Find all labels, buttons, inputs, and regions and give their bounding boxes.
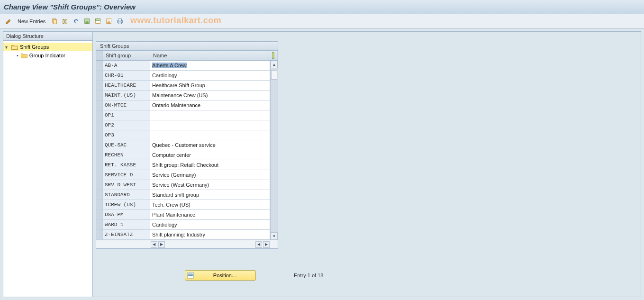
print-icon[interactable] (115, 17, 125, 26)
cell-shift-group[interactable]: MAINT.(US) (103, 91, 150, 100)
cell-shift-group[interactable]: SERVICE D (103, 170, 150, 180)
table-row[interactable]: HEALTHCAREHealthcare Shift Group (96, 81, 278, 91)
position-button[interactable]: Position... (185, 270, 256, 281)
cell-shift-group[interactable]: STANDARD (103, 190, 150, 200)
row-selector-header[interactable] (96, 51, 103, 60)
cell-shift-group[interactable]: TCREW (US) (103, 200, 150, 210)
cell-shift-group[interactable]: OP1 (103, 110, 150, 120)
scroll-down-icon[interactable]: ▼ (271, 232, 278, 240)
row-selector[interactable] (96, 190, 103, 200)
row-selector[interactable] (96, 210, 103, 220)
select-block-icon[interactable] (93, 17, 103, 26)
row-selector[interactable] (96, 220, 103, 230)
copy-as-icon[interactable] (50, 17, 59, 26)
cell-name[interactable]: Ontario Maintenance (150, 100, 270, 110)
row-selector[interactable] (96, 170, 103, 180)
table-row[interactable]: OP3 (96, 130, 278, 140)
deselect-all-icon[interactable] (104, 17, 114, 26)
row-selector[interactable] (96, 230, 103, 240)
row-selector[interactable] (96, 200, 103, 210)
tree-item-group-indicator[interactable]: • Group Indicator (3, 51, 92, 60)
hscroll-left2-icon[interactable]: ◀ (255, 241, 262, 248)
cell-name[interactable]: Quebec - Customer service (150, 140, 270, 150)
cell-shift-group[interactable]: WARD 1 (103, 220, 150, 230)
new-entries-button[interactable]: New Entries (15, 17, 48, 26)
table-row[interactable]: QUE-SACQuebec - Customer service (96, 140, 278, 150)
cell-shift-group[interactable]: RECHEN (103, 150, 150, 160)
table-row[interactable]: CHR-01Cardiology (96, 71, 278, 81)
cell-name[interactable]: Standard shift group (150, 190, 270, 200)
cell-shift-group[interactable]: Z-EINSATZ (103, 230, 150, 240)
table-row[interactable]: MAINT.(US)Maintenance Crew (US) (96, 91, 278, 100)
cell-shift-group[interactable]: HEALTHCARE (103, 81, 150, 91)
hscroll-right2-icon[interactable]: ▶ (263, 241, 270, 248)
scroll-up-icon[interactable]: ▲ (271, 61, 278, 68)
column-header-shift-group[interactable]: Shift group (103, 51, 150, 60)
column-header-name[interactable]: Name (150, 51, 269, 60)
vertical-scrollbar[interactable]: ▲ ▼ (270, 61, 278, 240)
row-selector[interactable] (96, 61, 103, 71)
cell-name[interactable]: Cardiology (150, 220, 270, 230)
cell-shift-group[interactable]: CHR-01 (103, 71, 150, 81)
table-row[interactable]: Z-EINSATZShift planning: Industry (96, 230, 278, 240)
window-title-bar: Change View "Shift Groups": Overview (0, 0, 644, 14)
configure-columns-icon[interactable] (269, 51, 278, 60)
table-row[interactable]: TCREW (US)Tech. Crew (US) (96, 200, 278, 210)
undo-icon[interactable] (72, 17, 81, 26)
cell-name[interactable]: Healthcare Shift Group (150, 81, 270, 91)
cell-name[interactable]: Shift planning: Industry (150, 230, 270, 240)
table-row[interactable]: SERVICE DService (Germany) (96, 170, 278, 180)
cell-shift-group[interactable]: QUE-SAC (103, 140, 150, 150)
table-row[interactable]: AB-AAlberta A Crew (96, 61, 278, 71)
row-selector[interactable] (96, 71, 103, 81)
cell-name[interactable]: Service (West Germany) (150, 180, 270, 190)
row-selector[interactable] (96, 150, 103, 160)
expand-toggle-icon[interactable]: ▾ (5, 45, 11, 50)
table-row[interactable]: WARD 1Cardiology (96, 220, 278, 230)
cell-name[interactable] (150, 110, 270, 120)
table-row[interactable]: ON-MTCEOntario Maintenance (96, 100, 278, 110)
cell-name[interactable] (150, 130, 270, 140)
cell-name[interactable]: Tech. Crew (US) (150, 200, 270, 210)
cell-shift-group[interactable]: OP3 (103, 130, 150, 140)
cell-name[interactable]: Plant Maintenance (150, 210, 270, 220)
cell-name[interactable]: Cardiology (150, 71, 270, 81)
cell-name[interactable]: Service (Germany) (150, 170, 270, 180)
toggle-edit-icon[interactable] (4, 17, 13, 26)
cell-name[interactable]: Computer center (150, 150, 270, 160)
cell-shift-group[interactable]: RET. KASSE (103, 160, 150, 170)
row-selector[interactable] (96, 160, 103, 170)
table-row[interactable]: OP1 (96, 110, 278, 120)
table-row[interactable]: USA-PMPlant Maintenance (96, 210, 278, 220)
hscroll-left-icon[interactable]: ◀ (151, 241, 157, 248)
table-row[interactable]: RET. KASSEShift group: Retail: Checkout (96, 160, 278, 170)
cell-shift-group[interactable]: AB-A (103, 61, 150, 71)
table-row[interactable]: RECHENComputer center (96, 150, 278, 160)
row-selector[interactable] (96, 140, 103, 150)
row-selector[interactable] (96, 120, 103, 130)
table-row[interactable]: SRV D WESTService (West Germany) (96, 180, 278, 190)
table-row[interactable]: OP2 (96, 120, 278, 130)
cell-name[interactable]: Alberta A Crew (150, 61, 270, 71)
row-selector[interactable] (96, 100, 103, 110)
cell-shift-group[interactable]: SRV D WEST (103, 180, 150, 190)
cell-shift-group[interactable]: ON-MTCE (103, 100, 150, 110)
row-selector[interactable] (96, 130, 103, 140)
table-row[interactable]: STANDARDStandard shift group (96, 190, 278, 200)
scroll-thumb[interactable] (271, 70, 277, 80)
scroll-track[interactable] (271, 68, 278, 232)
cell-shift-group[interactable]: OP2 (103, 120, 150, 130)
select-all-icon[interactable] (82, 17, 92, 26)
cell-name[interactable]: Shift group: Retail: Checkout (150, 160, 270, 170)
row-selector[interactable] (96, 91, 103, 100)
row-selector[interactable] (96, 81, 103, 91)
row-selector[interactable] (96, 110, 103, 120)
cell-shift-group[interactable]: USA-PM (103, 210, 150, 220)
tree-item-shift-groups[interactable]: ▾ Shift Groups (3, 43, 92, 51)
dialog-structure-tree: ▾ Shift Groups • Group Indicator (3, 41, 92, 297)
cell-name[interactable]: Maintenance Crew (US) (150, 91, 270, 100)
row-selector[interactable] (96, 180, 103, 190)
hscroll-right-icon[interactable]: ▶ (158, 241, 165, 248)
cell-name[interactable] (150, 120, 270, 130)
delete-icon[interactable] (61, 17, 70, 26)
